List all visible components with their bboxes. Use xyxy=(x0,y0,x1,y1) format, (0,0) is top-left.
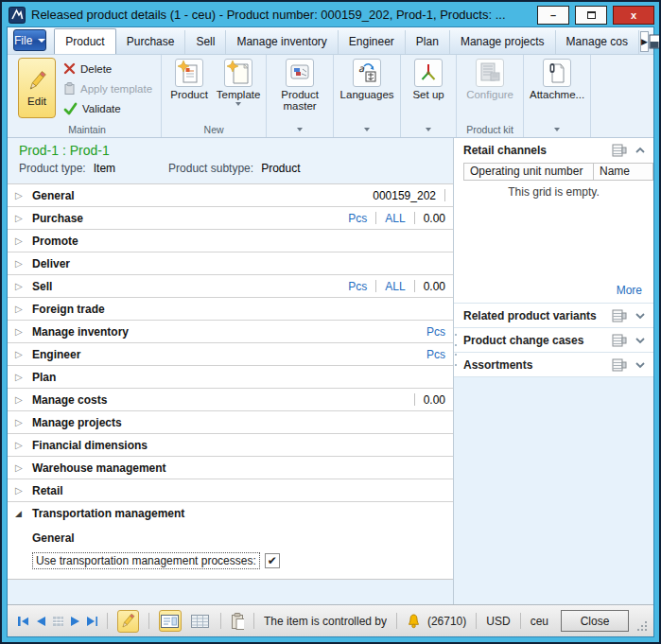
next-record-icon[interactable] xyxy=(70,616,79,627)
ribbon-tab[interactable]: Engineer xyxy=(339,30,406,54)
ribbon-tab[interactable]: Plan xyxy=(406,30,450,54)
expander-icon[interactable]: ▷ xyxy=(15,372,32,382)
expander-icon[interactable]: ▷ xyxy=(15,213,32,223)
chevron-up-icon[interactable] xyxy=(635,147,646,154)
ribbon-tab[interactable]: Product xyxy=(54,28,115,54)
factbox-retail-channels-header[interactable]: Retail channels xyxy=(454,138,653,163)
group-dropdown-languages[interactable] xyxy=(339,122,395,137)
section-value[interactable]: Pcs xyxy=(426,325,445,339)
expander-icon[interactable]: ▷ xyxy=(15,235,32,246)
chevron-down-icon[interactable] xyxy=(635,337,646,344)
factbox-panel-header[interactable]: Related product variants xyxy=(454,304,653,328)
group-dropdown-attachments[interactable] xyxy=(529,122,585,137)
section-row[interactable]: ▷ Purchase PcsALL0.00 xyxy=(8,207,453,230)
ribbon-tab[interactable]: Manage cos xyxy=(556,30,639,54)
languages-button[interactable]: a Languages xyxy=(339,58,395,100)
app-window-icon[interactable] xyxy=(9,7,26,24)
section-value[interactable]: ALL xyxy=(385,280,405,293)
minimize-button[interactable]: – xyxy=(537,6,569,25)
section-row[interactable]: ▷ Financial dimensions xyxy=(8,434,453,457)
ribbon-tab[interactable]: Manage projects xyxy=(450,30,556,54)
set-up-button[interactable]: Set up xyxy=(406,58,451,100)
tm-checkbox[interactable]: ✔ xyxy=(265,553,280,568)
section-row[interactable]: ▷ Manage inventory Pcs xyxy=(8,321,453,343)
new-template-label: Template xyxy=(217,89,261,100)
edit-mode-toggle[interactable] xyxy=(117,610,139,633)
expander-icon[interactable]: ▷ xyxy=(15,326,32,337)
grid-icon[interactable] xyxy=(612,334,627,347)
section-row[interactable]: ◢ Transportation management xyxy=(8,502,453,525)
section-value[interactable]: Pcs xyxy=(348,212,367,225)
expander-icon[interactable]: ▷ xyxy=(15,485,32,496)
details-view-toggle[interactable] xyxy=(159,610,183,632)
group-dropdown-set-up[interactable] xyxy=(406,122,451,137)
resize-grip[interactable] xyxy=(637,621,648,632)
ribbon-tab[interactable]: Manage inventory xyxy=(226,30,338,54)
chevron-down-icon[interactable] xyxy=(635,312,646,320)
apply-template-button[interactable]: Apply template xyxy=(60,78,156,98)
last-record-icon[interactable] xyxy=(86,616,97,627)
group-dropdown-product-master[interactable] xyxy=(271,122,328,137)
ribbon-tab[interactable]: Purchase xyxy=(116,30,186,54)
section-row[interactable]: ▷ Retail xyxy=(8,479,453,502)
layout-toggle-icon[interactable] xyxy=(649,34,661,49)
chevron-down-icon[interactable] xyxy=(635,361,646,369)
section-row[interactable]: ▷ Engineer Pcs xyxy=(8,343,453,366)
section-value[interactable]: ALL xyxy=(385,212,405,225)
section-value[interactable]: Pcs xyxy=(348,280,367,293)
more-link[interactable]: More xyxy=(454,282,653,303)
file-menu-button[interactable]: File xyxy=(13,29,46,51)
expander-icon[interactable]: ▷ xyxy=(15,190,32,200)
factbox-panel-header[interactable]: Product change cases xyxy=(454,328,653,353)
column-header[interactable]: Name xyxy=(594,163,653,181)
factbox-panel-header[interactable]: Assortments xyxy=(454,353,653,377)
factbox-splitter-handle[interactable] xyxy=(454,332,458,368)
section-row[interactable]: ▷ Promote xyxy=(8,230,453,252)
notification-bell-icon[interactable] xyxy=(407,614,421,629)
expander-icon[interactable]: ▷ xyxy=(15,417,32,427)
delete-button[interactable]: Delete xyxy=(60,59,156,78)
grid-icon[interactable] xyxy=(612,358,627,372)
validate-button[interactable]: Validate xyxy=(60,98,156,118)
attachments-button[interactable]: Attachme... xyxy=(529,58,585,100)
section-row[interactable]: ▷ Manage projects xyxy=(8,411,453,434)
section-row[interactable]: ▷ Warehouse management xyxy=(8,457,453,479)
company-indicator[interactable]: ceu xyxy=(531,615,548,628)
section-value[interactable]: Pcs xyxy=(426,348,445,361)
currency-indicator[interactable]: USD xyxy=(486,615,510,628)
close-button[interactable]: Close xyxy=(561,610,629,632)
grid-icon[interactable] xyxy=(612,309,627,322)
paste-icon[interactable] xyxy=(231,613,244,630)
product-master-button[interactable]: Product master xyxy=(271,58,328,112)
maximize-button[interactable] xyxy=(575,6,607,25)
grid-icon[interactable] xyxy=(612,144,627,157)
column-header[interactable]: Operating unit number xyxy=(463,163,594,181)
edit-button[interactable]: Edit xyxy=(18,58,56,118)
expander-icon[interactable]: ▷ xyxy=(15,258,32,269)
new-product-button[interactable]: Product xyxy=(166,58,212,100)
section-row[interactable]: ▷ Deliver xyxy=(8,252,453,275)
configure-button[interactable]: Configure xyxy=(461,58,518,100)
ribbon-tab[interactable]: Sell xyxy=(185,30,226,54)
expander-icon[interactable]: ▷ xyxy=(15,281,32,291)
section-row[interactable]: ▷ Manage costs 0.00 xyxy=(8,389,453,411)
section-row[interactable]: ▷ Foreign trade xyxy=(8,298,453,321)
expander-icon[interactable]: ▷ xyxy=(15,304,32,314)
close-window-button[interactable]: x xyxy=(613,6,654,25)
previous-record-icon[interactable] xyxy=(35,616,44,627)
expander-icon[interactable]: ▷ xyxy=(15,394,32,405)
expander-icon[interactable]: ◢ xyxy=(15,509,32,518)
first-record-icon[interactable] xyxy=(17,616,28,627)
notification-count[interactable]: (26710) xyxy=(427,615,466,628)
expander-icon[interactable]: ▷ xyxy=(15,349,32,359)
grid-navigation-icon[interactable] xyxy=(52,616,63,627)
new-template-button[interactable]: Template xyxy=(216,58,261,106)
section-row[interactable]: ▷ Plan xyxy=(8,366,453,389)
section-row[interactable]: ▷ Sell PcsALL0.00 xyxy=(8,275,453,298)
expander-icon[interactable]: ▷ xyxy=(15,462,32,473)
expander-icon[interactable]: ▷ xyxy=(15,440,32,450)
tab-scroll-right-button[interactable]: ▶ xyxy=(640,31,649,52)
section-row[interactable]: ▷ General 000159_202 xyxy=(8,184,453,207)
grid-view-toggle[interactable] xyxy=(188,610,211,632)
group-label-new: New xyxy=(166,122,261,137)
